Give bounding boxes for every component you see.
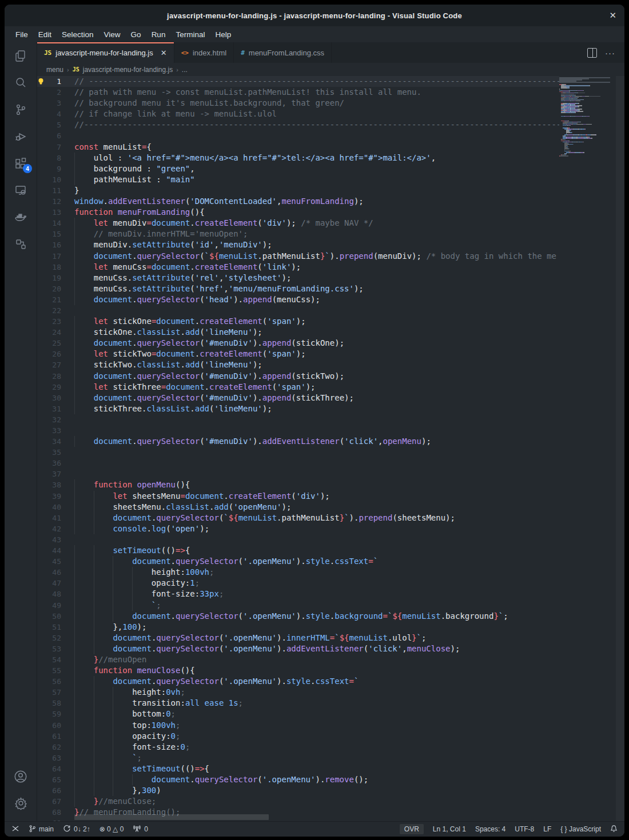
status-tower[interactable]: 0 [133,825,148,834]
code-line[interactable]: 37 [37,469,559,479]
code-line[interactable]: 43 [37,534,559,545]
tab-index.html[interactable]: <>index.html [174,42,234,63]
code-line[interactable]: 16 menuDiv.setAttribute('id','menuDiv'); [37,239,559,250]
code-line[interactable]: 52 document.querySelector('.openMenu').i… [37,633,559,643]
code-line[interactable]: 58 transition:all ease 1s; [37,698,559,709]
code-line[interactable]: 14 let menuDiv=document.createElement('d… [37,218,559,229]
split-editor-icon[interactable] [587,48,597,58]
tab-javascript-menu-for-landing.js[interactable]: JSjavascript-menu-for-landing.js✕ [37,42,174,63]
code-line[interactable]: 7const menuList={ [37,142,559,153]
code-line[interactable]: 59 bottom:0; [37,709,559,719]
code-line[interactable]: 41 document.querySelector(`${menuList.pa… [37,513,559,523]
code-line[interactable]: 42 console.log('open'); [37,523,559,534]
code-line[interactable]: 34 document.querySelector('#menuDiv').ad… [37,436,559,447]
code-line[interactable]: 11} [37,185,559,196]
status-sync[interactable]: 0↓ 2↑ [63,825,90,834]
search-icon[interactable] [7,69,34,96]
vertical-scrollbar[interactable] [616,76,624,821]
close-icon[interactable]: ✕ [609,5,616,26]
code-editor[interactable]: 1// ------------------------------------… [37,76,624,821]
breadcrumb-file[interactable]: javascript-menu-for-landing.js [83,66,173,74]
code-line[interactable]: 61 opacity:0; [37,731,559,742]
code-line[interactable]: 35 [37,447,559,458]
code-line[interactable]: 62 font-size:0; [37,742,559,753]
code-line[interactable]: 23 let stickOne=document.createElement('… [37,316,559,327]
code-line[interactable]: 15 // menuDiv.innerHTML='menuOpen'; [37,229,559,239]
code-line[interactable]: 40 sheetsMenu.classList.add('openMenu'); [37,502,559,513]
status-cursor-position[interactable]: Ln 1, Col 1 [433,825,466,833]
menu-item-go[interactable]: Go [126,29,146,41]
code-line[interactable]: 44 setTimeout(()=>{ [37,545,559,556]
code-line[interactable]: 25 document.querySelector('#menuDiv').ap… [37,338,559,349]
more-actions-icon[interactable]: ··· [605,48,615,58]
code-line[interactable]: 57 height:0vh; [37,687,559,698]
tab-close-icon[interactable]: ✕ [161,49,167,57]
menu-item-selection[interactable]: Selection [57,29,99,41]
code-line[interactable]: 56 document.querySelector('.openMenu').s… [37,676,559,687]
code-line[interactable]: 18 let menuCss=document.createElement('l… [37,262,559,273]
breadcrumb[interactable]: menu › JS javascript-menu-for-landing.js… [37,63,624,76]
code-line[interactable]: 38 function openMenu(){ [37,479,559,490]
code-line[interactable]: 46 height:100vh; [37,567,559,578]
status-eol[interactable]: LF [543,825,551,833]
status-encoding[interactable]: UTF-8 [515,825,534,833]
code-line[interactable]: 64 setTimeout(()=>{ [37,763,559,774]
code-line[interactable]: 45 document.querySelector('.openMenu').s… [37,556,559,567]
explorer-icon[interactable] [7,42,34,69]
code-line[interactable]: 5//-------------------------------------… [37,119,559,130]
status-overtype[interactable]: OVR [400,824,424,834]
code-line[interactable]: 4// if change link at menu -> menuList.u… [37,109,559,119]
status-indentation[interactable]: Spaces: 4 [475,825,505,833]
code-line[interactable]: 10 pathMenuList : "main" [37,174,559,185]
code-line[interactable]: 30 document.querySelector('#menuDiv').ap… [37,393,559,403]
references-icon[interactable] [7,230,34,257]
code-line[interactable]: 21 document.querySelector('head').append… [37,294,559,305]
code-line[interactable]: 1// ------------------------------------… [37,76,559,87]
code-line[interactable]: 36 [37,458,559,469]
status-remote[interactable] [11,825,19,834]
code-line[interactable]: 55 function menuClose(){ [37,665,559,676]
menu-item-help[interactable]: Help [210,29,236,41]
menu-item-terminal[interactable]: Terminal [170,29,210,41]
source-control-icon[interactable] [7,96,34,123]
code-line[interactable]: 48 font-size:33px; [37,589,559,599]
extensions-icon[interactable]: 4 [7,150,34,177]
code-line[interactable]: 31 stickThree.classList.add('lineMenu'); [37,403,559,414]
code-line[interactable]: 22 [37,305,559,316]
horizontal-scrollbar[interactable] [74,814,269,820]
code-pane[interactable]: 1// ------------------------------------… [37,76,559,821]
code-line[interactable]: 49 `; [37,600,559,611]
code-line[interactable]: 3// background menu it's menuList.backgr… [37,98,559,109]
code-line[interactable]: 24 stickOne.classList.add('lineMenu'); [37,327,559,338]
status-language-mode[interactable]: { } JavaScript [560,825,601,833]
run-debug-icon[interactable] [7,123,34,150]
settings-gear-icon[interactable] [7,790,34,817]
status-problems[interactable]: ⊗ 0 △ 0 [99,825,124,833]
code-line[interactable]: 32 [37,414,559,425]
code-line[interactable]: 66 },300) [37,785,559,796]
menu-item-edit[interactable]: Edit [33,29,57,41]
code-line[interactable]: 60 top:100vh; [37,720,559,731]
code-line[interactable]: 26 let stickTwo=document.createElement('… [37,349,559,359]
remote-explorer-icon[interactable] [7,177,34,203]
code-line[interactable]: 50 document.querySelector('.openMenu').s… [37,611,559,622]
code-line[interactable]: 2// path with menu -> const menuList.pat… [37,87,559,98]
code-line[interactable]: 63 `; [37,753,559,763]
code-line[interactable]: 27 stickTwo.classList.add('lineMenu'); [37,359,559,370]
code-line[interactable]: 33 [37,425,559,436]
breadcrumb-symbol[interactable]: ... [182,66,188,74]
tab-menuFromLanding.css[interactable]: #menuFromLanding.css [234,42,332,63]
status-notifications[interactable] [610,825,618,834]
code-line[interactable]: 20 menuCss.setAttribute('href','menu/men… [37,283,559,294]
code-line[interactable]: 67 }//menuClose; [37,796,559,807]
minimap[interactable] [559,76,616,821]
code-line[interactable]: 19 menuCss.setAttribute('rel','styleshee… [37,273,559,283]
code-line[interactable]: 8 ulol : '<a href="#">menu</a><a href="#… [37,153,559,163]
code-line[interactable]: 6 [37,130,559,141]
code-line[interactable]: 28 document.querySelector('#menuDiv').ap… [37,371,559,382]
code-line[interactable]: 51 },100); [37,622,559,633]
code-line[interactable]: 53 document.querySelector('.openMenu').a… [37,643,559,654]
code-line[interactable]: 17 document.querySelector(`${menuList.pa… [37,251,559,262]
code-line[interactable]: 9 background : "green", [37,163,559,174]
code-line[interactable]: 47 opacity:1; [37,578,559,589]
